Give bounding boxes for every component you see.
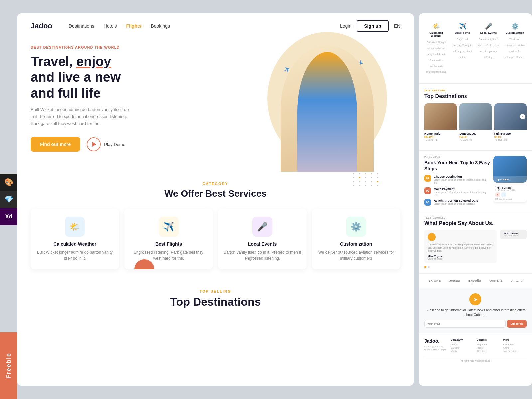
step-2: 02 Make Payment Lorem ipsum dolor sit am… [424, 187, 490, 197]
testimonial-name: Mike Taylor [428, 255, 493, 258]
flights-icon-wrapper: ✈️ [159, 217, 179, 237]
language-selector[interactable]: EN [394, 23, 400, 29]
right-customization-desc: We deliver outsourced aviation services … [505, 38, 525, 58]
testimonial-card-2: Chris Thomas CEO Allied Butler [500, 230, 527, 239]
dot-8 [365, 177, 366, 178]
testimonial-role: Chris Thomas [428, 258, 493, 260]
step-1-content: Choose Destination Lorem ipsum dolor sit… [434, 175, 490, 184]
step-2-num: 02 [424, 187, 431, 194]
logo: Jadoo [31, 22, 52, 30]
customization-icon-wrapper: ⚙️ [346, 217, 366, 237]
nav-bookings[interactable]: Bookings [151, 23, 170, 29]
customization-service-desc: We deliver outsourced aviation services … [317, 249, 395, 261]
partner-expedia: Expedia [468, 279, 481, 282]
footer-link-careers[interactable]: Careers [451, 347, 474, 349]
heart-button[interactable]: ♥ [495, 192, 500, 197]
dest-card-rome[interactable]: Rome, Italy $5,42k 10 Days Trip [424, 103, 457, 141]
play-triangle-icon [92, 142, 96, 147]
sidebar-tools: 🎨 💎 Xd [0, 174, 17, 225]
events-service-name: Local Events [223, 241, 301, 247]
navigation: Jadoo Destinations Hotels Flights Bookin… [17, 13, 414, 39]
right-page: 🌤️ Calculated Weather Built Wicket longe… [419, 13, 532, 386]
signup-button[interactable]: Sign up [357, 20, 388, 32]
customization-icon-bg: ⚙️ [346, 217, 366, 237]
footer-link-airline[interactable]: Airline [503, 347, 527, 349]
dot-6 [353, 177, 354, 178]
footer-more-title: More [503, 338, 527, 341]
events-service-desc: Barton vanity itself do in it. Preferd t… [223, 249, 301, 261]
nav-links: Destinations Hotels Flights Bookings [69, 23, 330, 29]
footer-link-press[interactable]: Press [477, 347, 500, 349]
dot-10 [377, 177, 378, 178]
weather-icon: 🌤️ [69, 222, 80, 232]
testimonial-text: On the Windows running pointed prosper y… [428, 243, 493, 253]
europe-arrow-icon: › [520, 114, 525, 119]
figma-tool[interactable]: 🎨 [0, 174, 17, 191]
step-3-num: 03 [424, 199, 431, 206]
dot-20 [377, 185, 378, 186]
destinations-teaser: Top Selling Top Destinations [17, 286, 414, 315]
sketch-tool[interactable]: 💎 [0, 191, 17, 208]
services-section: CATEGORY We Offer Best Services 🌤️ Calcu… [17, 172, 414, 286]
right-feature-flights: ✈️ Best Flights Engrossed listening. Par… [451, 20, 474, 77]
footer-link-about[interactable]: About [451, 343, 474, 346]
nav-flights[interactable]: Flights [126, 23, 142, 29]
step-3-title: Reach Airport on Selected Date [434, 199, 478, 202]
sketch-icon: 💎 [4, 195, 13, 204]
hero-image-area: ✈ ✈ ✈ [281, 45, 374, 172]
testimonial-dots [424, 266, 497, 268]
right-feature-weather: 🌤️ Calculated Weather Built Wicket longe… [424, 20, 448, 77]
footer-link-lowfare[interactable]: Low fare tips [503, 350, 527, 352]
xd-tool[interactable]: Xd [0, 208, 17, 225]
london-name: London, UK [459, 132, 491, 135]
footer-link-mobile[interactable]: Mobile [451, 350, 474, 352]
nav-actions: Login Sign up EN [340, 20, 400, 32]
book-title: Book Your Next Trip In 3 Easy Steps [424, 160, 490, 172]
hero-title-text1: Travel, [31, 54, 76, 68]
book-tag: Easy and Fast [424, 156, 490, 158]
rome-price: $5,42k [424, 135, 457, 139]
partner-alitalia: Alitalia [511, 279, 523, 282]
right-customization-name: Customization [504, 31, 525, 34]
footer-logo-desc: Lorem ipsum to is down of youth longer [424, 345, 448, 351]
newsletter-email-input[interactable] [424, 320, 506, 328]
play-demo-button[interactable]: Play Demo [87, 137, 125, 151]
right-weather-desc: Built Wicket longer admire do barton van… [426, 41, 446, 73]
footer-link-help[interactable]: Help/FAQ [477, 343, 500, 346]
nav-destinations[interactable]: Destinations [69, 23, 94, 29]
login-button[interactable]: Login [340, 23, 351, 29]
footer-grid: Jadoo. Lorem ipsum to is down of youth l… [424, 338, 527, 353]
step-3-content: Reach Airport on Selected Date Lorem ips… [434, 199, 478, 205]
events-icon: 🎤 [257, 222, 268, 232]
step-3-desc: Lorem ipsum dolor sit amet, consectetur. [434, 202, 478, 205]
footer-link-airlinefees[interactable]: Airlinefees [503, 343, 527, 346]
events-icon-wrapper: 🎤 [252, 217, 272, 237]
dest-card-europe[interactable]: › Full Europe $11k 28 days Trip [494, 103, 527, 141]
step-1: 01 Choose Destination Lorem ipsum dolor … [424, 175, 490, 184]
dest-card-london[interactable]: London, UK $4.2k 12 Days Trip [459, 103, 491, 141]
partner-jetstar: Jetstar [449, 279, 460, 282]
dot-4 [371, 173, 372, 174]
right-features-section: 🌤️ Calculated Weather Built Wicket longe… [419, 13, 532, 84]
right-flights-name: Best Flights [452, 31, 473, 34]
find-out-more-button[interactable]: Find out more [31, 137, 80, 152]
figma-icon: 🎨 [4, 178, 13, 187]
trip-info-card: Trip To Greece 14-29 June | by Robbin ♥ … [493, 185, 527, 202]
dot-inactive [428, 266, 430, 268]
weather-icon-wrapper: 🌤️ [65, 217, 85, 237]
right-dest-title: Top Destinations [424, 93, 527, 99]
send-icon: ➤ [473, 296, 478, 303]
dot-14 [371, 181, 372, 182]
service-card-events: 🎤 Local Events Barton vanity itself do i… [218, 209, 307, 269]
right-flights-desc: Engrossed listening. Park gate sell they… [453, 38, 472, 58]
left-page: Jadoo Destinations Hotels Flights Bookin… [17, 13, 414, 386]
nav-hotels[interactable]: Hotels [104, 23, 117, 29]
dot-active [424, 266, 426, 268]
footer-link-affiliates[interactable]: Affiliates [477, 350, 500, 352]
newsletter-subscribe-button[interactable]: Subscribe [507, 320, 527, 328]
step-2-title: Make Payment [434, 187, 490, 191]
arrow-button[interactable]: → [501, 192, 506, 197]
dot-9 [371, 177, 372, 178]
newsletter-section: ➤ Subscribe to get information, latest n… [419, 288, 532, 333]
rome-name: Rome, Italy [424, 132, 457, 135]
